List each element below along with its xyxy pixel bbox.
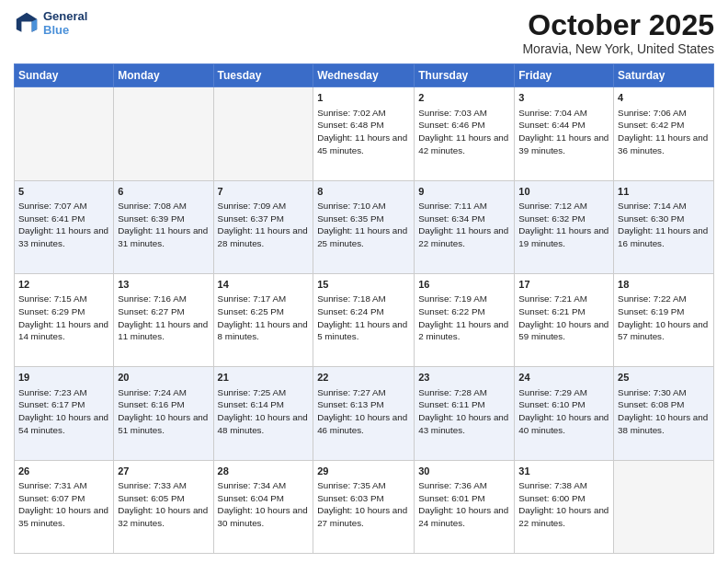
day-number: 7: [218, 185, 310, 199]
day-number: 24: [518, 371, 609, 385]
day-info: Sunrise: 7:03 AMSunset: 6:46 PMDaylight:…: [418, 107, 510, 157]
day-info: Sunrise: 7:08 AMSunset: 6:39 PMDaylight:…: [118, 200, 209, 250]
day-number: 30: [418, 465, 510, 478]
day-info: Sunrise: 7:22 AMSunset: 6:19 PMDaylight:…: [618, 293, 710, 343]
week-row-4: 19Sunrise: 7:23 AMSunset: 6:17 PMDayligh…: [15, 367, 714, 460]
day-number: 14: [218, 278, 310, 292]
day-number: 15: [317, 278, 410, 292]
calendar-cell: 17Sunrise: 7:21 AMSunset: 6:21 PMDayligh…: [515, 273, 614, 366]
days-header-row: SundayMondayTuesdayWednesdayThursdayFrid…: [15, 64, 714, 87]
calendar-body: 1Sunrise: 7:02 AMSunset: 6:48 PMDaylight…: [15, 87, 714, 554]
day-number: 3: [518, 91, 609, 105]
calendar-cell: 6Sunrise: 7:08 AMSunset: 6:39 PMDaylight…: [114, 180, 213, 273]
day-info: Sunrise: 7:33 AMSunset: 6:05 PMDaylight:…: [118, 479, 209, 530]
day-info: Sunrise: 7:23 AMSunset: 6:17 PMDaylight:…: [18, 386, 109, 437]
month-title: October 2025: [522, 9, 714, 41]
day-header-thursday: Thursday: [415, 64, 515, 87]
week-row-3: 12Sunrise: 7:15 AMSunset: 6:29 PMDayligh…: [15, 273, 714, 366]
title-section: October 2025 Moravia, New York, United S…: [522, 9, 714, 56]
day-number: 17: [518, 278, 609, 292]
day-number: 19: [18, 371, 109, 385]
calendar-cell: 21Sunrise: 7:25 AMSunset: 6:14 PMDayligh…: [213, 367, 313, 460]
calendar-cell: 2Sunrise: 7:03 AMSunset: 6:46 PMDaylight…: [415, 87, 515, 180]
day-number: 20: [118, 371, 209, 385]
week-row-5: 26Sunrise: 7:31 AMSunset: 6:07 PMDayligh…: [15, 460, 714, 553]
calendar-cell: 12Sunrise: 7:15 AMSunset: 6:29 PMDayligh…: [15, 273, 114, 366]
calendar-cell: 23Sunrise: 7:28 AMSunset: 6:11 PMDayligh…: [415, 367, 515, 460]
day-number: 4: [618, 91, 710, 105]
day-info: Sunrise: 7:09 AMSunset: 6:37 PMDaylight:…: [218, 200, 310, 250]
day-info: Sunrise: 7:10 AMSunset: 6:35 PMDaylight:…: [317, 200, 410, 250]
calendar-cell: 24Sunrise: 7:29 AMSunset: 6:10 PMDayligh…: [515, 367, 614, 460]
calendar-cell: [614, 460, 714, 553]
logo-text: General Blue: [43, 9, 87, 37]
week-row-2: 5Sunrise: 7:07 AMSunset: 6:41 PMDaylight…: [15, 180, 714, 273]
calendar-cell: 13Sunrise: 7:16 AMSunset: 6:27 PMDayligh…: [114, 273, 213, 366]
calendar-cell: 31Sunrise: 7:38 AMSunset: 6:00 PMDayligh…: [515, 460, 614, 553]
day-number: 25: [618, 371, 710, 385]
day-info: Sunrise: 7:11 AMSunset: 6:34 PMDaylight:…: [418, 200, 510, 250]
day-info: Sunrise: 7:25 AMSunset: 6:14 PMDaylight:…: [218, 386, 310, 437]
calendar-cell: 10Sunrise: 7:12 AMSunset: 6:32 PMDayligh…: [515, 180, 614, 273]
day-header-wednesday: Wednesday: [313, 64, 415, 87]
calendar-cell: 8Sunrise: 7:10 AMSunset: 6:35 PMDaylight…: [313, 180, 415, 273]
calendar-cell: 28Sunrise: 7:34 AMSunset: 6:04 PMDayligh…: [213, 460, 313, 553]
day-info: Sunrise: 7:14 AMSunset: 6:30 PMDaylight:…: [618, 200, 710, 250]
day-number: 13: [118, 278, 209, 292]
page: General Blue October 2025 Moravia, New Y…: [0, 0, 728, 563]
calendar-cell: 1Sunrise: 7:02 AMSunset: 6:48 PMDaylight…: [313, 87, 415, 180]
day-number: 22: [317, 371, 410, 385]
day-header-saturday: Saturday: [614, 64, 714, 87]
calendar-cell: 29Sunrise: 7:35 AMSunset: 6:03 PMDayligh…: [313, 460, 415, 553]
calendar-cell: 30Sunrise: 7:36 AMSunset: 6:01 PMDayligh…: [415, 460, 515, 553]
day-number: 9: [418, 185, 510, 199]
calendar-cell: 9Sunrise: 7:11 AMSunset: 6:34 PMDaylight…: [415, 180, 515, 273]
day-number: 18: [618, 278, 710, 292]
day-info: Sunrise: 7:07 AMSunset: 6:41 PMDaylight:…: [18, 200, 109, 250]
calendar-cell: [15, 87, 114, 180]
day-header-friday: Friday: [515, 64, 614, 87]
calendar-cell: 15Sunrise: 7:18 AMSunset: 6:24 PMDayligh…: [313, 273, 415, 366]
day-info: Sunrise: 7:21 AMSunset: 6:21 PMDaylight:…: [518, 293, 609, 343]
day-info: Sunrise: 7:28 AMSunset: 6:11 PMDaylight:…: [418, 386, 510, 437]
calendar-cell: 25Sunrise: 7:30 AMSunset: 6:08 PMDayligh…: [614, 367, 714, 460]
day-info: Sunrise: 7:15 AMSunset: 6:29 PMDaylight:…: [18, 293, 109, 343]
day-number: 21: [218, 371, 310, 385]
calendar-cell: 3Sunrise: 7:04 AMSunset: 6:44 PMDaylight…: [515, 87, 614, 180]
day-info: Sunrise: 7:27 AMSunset: 6:13 PMDaylight:…: [317, 386, 410, 437]
calendar-cell: 5Sunrise: 7:07 AMSunset: 6:41 PMDaylight…: [15, 180, 114, 273]
day-number: 28: [218, 465, 310, 478]
day-info: Sunrise: 7:19 AMSunset: 6:22 PMDaylight:…: [418, 293, 510, 343]
logo: General Blue: [14, 9, 87, 37]
day-number: 27: [118, 465, 209, 478]
day-number: 31: [518, 465, 609, 478]
day-number: 29: [317, 465, 410, 478]
logo-icon: [14, 10, 40, 36]
calendar-cell: 26Sunrise: 7:31 AMSunset: 6:07 PMDayligh…: [15, 460, 114, 553]
day-info: Sunrise: 7:02 AMSunset: 6:48 PMDaylight:…: [317, 107, 410, 157]
calendar-cell: 20Sunrise: 7:24 AMSunset: 6:16 PMDayligh…: [114, 367, 213, 460]
day-info: Sunrise: 7:31 AMSunset: 6:07 PMDaylight:…: [18, 479, 109, 530]
day-info: Sunrise: 7:04 AMSunset: 6:44 PMDaylight:…: [518, 107, 609, 157]
day-info: Sunrise: 7:16 AMSunset: 6:27 PMDaylight:…: [118, 293, 209, 343]
day-info: Sunrise: 7:12 AMSunset: 6:32 PMDaylight:…: [518, 200, 609, 250]
day-info: Sunrise: 7:35 AMSunset: 6:03 PMDaylight:…: [317, 479, 410, 530]
day-number: 16: [418, 278, 510, 292]
day-info: Sunrise: 7:24 AMSunset: 6:16 PMDaylight:…: [118, 386, 209, 437]
calendar-cell: 16Sunrise: 7:19 AMSunset: 6:22 PMDayligh…: [415, 273, 515, 366]
calendar-cell: 4Sunrise: 7:06 AMSunset: 6:42 PMDaylight…: [614, 87, 714, 180]
day-header-monday: Monday: [114, 64, 213, 87]
week-row-1: 1Sunrise: 7:02 AMSunset: 6:48 PMDaylight…: [15, 87, 714, 180]
day-number: 2: [418, 91, 510, 105]
day-number: 26: [18, 465, 109, 478]
day-info: Sunrise: 7:30 AMSunset: 6:08 PMDaylight:…: [618, 386, 710, 437]
day-number: 5: [18, 185, 109, 199]
day-info: Sunrise: 7:06 AMSunset: 6:42 PMDaylight:…: [618, 107, 710, 157]
day-info: Sunrise: 7:17 AMSunset: 6:25 PMDaylight:…: [218, 293, 310, 343]
day-number: 10: [518, 185, 609, 199]
calendar-cell: 7Sunrise: 7:09 AMSunset: 6:37 PMDaylight…: [213, 180, 313, 273]
calendar-cell: [213, 87, 313, 180]
calendar-cell: 11Sunrise: 7:14 AMSunset: 6:30 PMDayligh…: [614, 180, 714, 273]
day-info: Sunrise: 7:34 AMSunset: 6:04 PMDaylight:…: [218, 479, 310, 530]
day-number: 1: [317, 91, 410, 105]
